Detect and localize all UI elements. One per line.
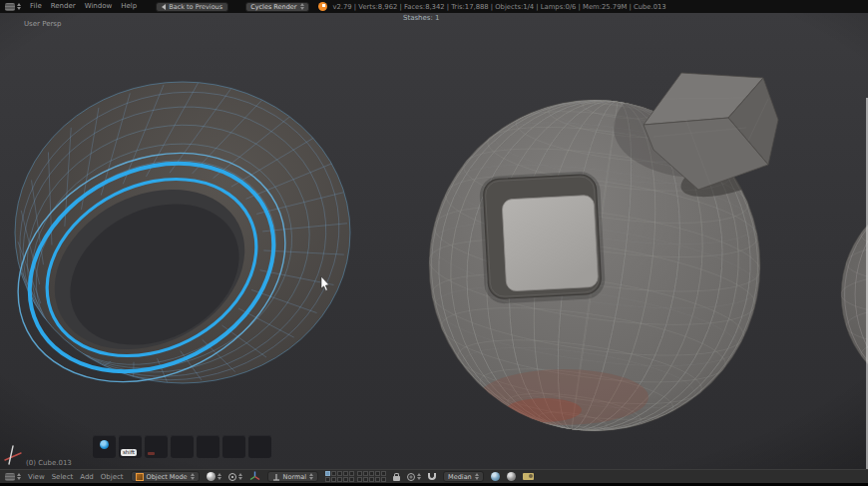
editor-type-arrows-icon[interactable]	[17, 3, 21, 10]
back-to-previous-label: Back to Previous	[169, 3, 222, 11]
snap-target-arrows-icon	[475, 473, 479, 480]
menu-object[interactable]: Object	[101, 473, 124, 481]
layer-cell[interactable]	[325, 471, 330, 476]
blender-logo-icon	[318, 2, 327, 11]
screencast-slot	[145, 435, 168, 458]
snap-magnet-icon[interactable]	[428, 473, 436, 480]
layer-cell[interactable]	[381, 477, 386, 482]
mode-select[interactable]: Object Mode	[131, 471, 200, 482]
camera-icon[interactable]	[523, 473, 534, 480]
orientation-arrows-icon	[309, 473, 313, 480]
engine-select-arrows-icon	[300, 3, 304, 10]
menu-select[interactable]: Select	[52, 473, 74, 481]
menu-help[interactable]: Help	[121, 0, 137, 13]
screencast-keys-overlay: shift	[93, 435, 271, 458]
layer-cell[interactable]	[349, 471, 354, 476]
screencast-slot	[171, 435, 194, 458]
snap-target-select[interactable]: Median	[443, 471, 484, 482]
back-to-previous-button[interactable]: Back to Previous	[156, 2, 228, 12]
viewport-editor-icon[interactable]	[5, 473, 15, 481]
layer-cell[interactable]	[357, 471, 362, 476]
pressed-key-label: shift	[121, 449, 137, 456]
menu-view[interactable]: View	[28, 473, 45, 481]
mode-select-value: Object Mode	[147, 473, 188, 481]
layer-cell[interactable]	[363, 477, 368, 482]
screencast-slot-key: shift	[119, 435, 142, 458]
menu-window[interactable]: Window	[85, 0, 113, 13]
overlay-counter-label: Stashes: 1	[403, 14, 440, 22]
pivot-select[interactable]	[228, 473, 242, 481]
render-engine-select[interactable]: Cycles Render	[245, 2, 308, 12]
blender-window: File Render Window Help Back to Previous…	[0, 0, 868, 486]
object-mode-cube-icon	[136, 473, 144, 481]
proportional-arrows-icon	[417, 473, 421, 480]
mode-select-arrows-icon	[191, 473, 195, 480]
layer-cell[interactable]	[325, 477, 330, 482]
layer-cell[interactable]	[369, 471, 374, 476]
screencast-slot-mouse	[93, 435, 116, 458]
active-object-label: (0) Cube.013	[26, 459, 72, 467]
layer-cell[interactable]	[369, 477, 374, 482]
screencast-slot	[197, 435, 219, 458]
layer-cell[interactable]	[337, 471, 342, 476]
shading-arrows-icon	[217, 473, 221, 480]
mouse-button-icon	[100, 440, 109, 449]
menu-render[interactable]: Render	[51, 0, 76, 13]
layer-cell[interactable]	[349, 477, 354, 482]
menu-add[interactable]: Add	[80, 473, 94, 481]
opengl-render-anim-icon[interactable]	[507, 472, 516, 481]
layer-cell[interactable]	[343, 477, 348, 482]
info-editor-icon[interactable]	[5, 3, 15, 11]
snap-target-value: Median	[448, 473, 472, 481]
render-engine-value: Cycles Render	[250, 3, 296, 11]
back-arrow-icon	[162, 4, 166, 10]
pivot-point-icon	[228, 473, 236, 481]
scene-statistics: v2.79 | Verts:8,962 | Faces:8,342 | Tris…	[333, 3, 666, 11]
viewport-header: View Select Add Object Object Mode	[0, 469, 868, 483]
viewport-3d[interactable]: User Persp Stashes: 1 shift (0) Cube.013	[0, 13, 868, 469]
layers-grid-1[interactable]	[325, 471, 354, 482]
viewport-scene	[0, 13, 868, 469]
orientation-axis-icon	[272, 473, 280, 481]
manipulator-axes-icon[interactable]	[249, 471, 260, 482]
layer-cell[interactable]	[331, 471, 336, 476]
orientation-select[interactable]: Normal	[267, 471, 319, 482]
screencast-slot	[248, 435, 271, 458]
pivot-arrows-icon	[238, 473, 242, 480]
layer-cell[interactable]	[337, 477, 342, 482]
menu-file[interactable]: File	[30, 0, 42, 13]
layer-cell[interactable]	[357, 477, 362, 482]
editor-type-arrows-icon[interactable]	[17, 473, 21, 480]
view-mode-label: User Persp	[24, 20, 61, 28]
layer-cell[interactable]	[375, 471, 380, 476]
lock-icon[interactable]	[393, 476, 400, 481]
layer-cell[interactable]	[363, 471, 368, 476]
vignette	[0, 13, 868, 469]
layer-cell[interactable]	[381, 471, 386, 476]
key-hint-mark	[148, 452, 155, 455]
proportional-edit-select[interactable]	[407, 473, 421, 481]
shading-select[interactable]	[207, 472, 221, 481]
layer-cell[interactable]	[375, 477, 380, 482]
proportional-edit-icon	[407, 473, 415, 481]
viewport-shading-icon	[207, 472, 216, 481]
layer-cell[interactable]	[331, 477, 336, 482]
layers-grid-2[interactable]	[357, 471, 386, 482]
layer-cell[interactable]	[343, 471, 348, 476]
orientation-select-value: Normal	[283, 473, 307, 481]
opengl-render-icon[interactable]	[491, 472, 500, 481]
screencast-slot	[222, 435, 245, 458]
info-header: File Render Window Help Back to Previous…	[0, 0, 868, 13]
